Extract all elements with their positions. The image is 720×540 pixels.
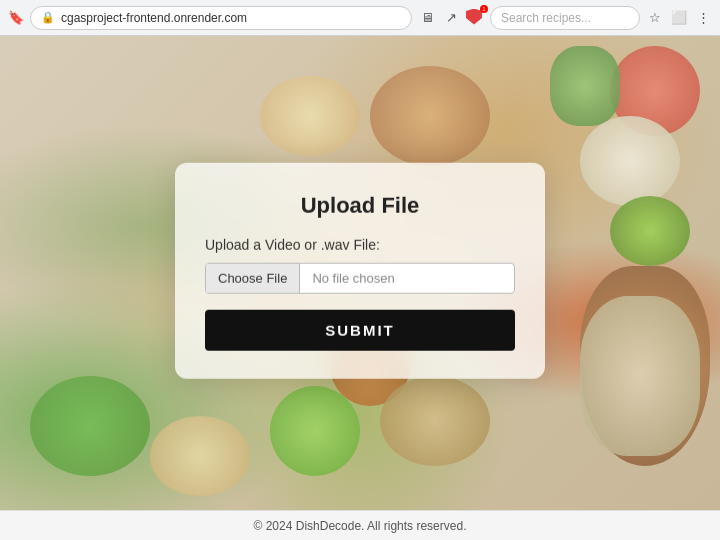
menu-icon[interactable]: ⋮ xyxy=(694,9,712,27)
browser-chrome: 🔖 🔒 cgasproject-frontend.onrender.com 🖥 … xyxy=(0,0,720,36)
notification-badge: 1 xyxy=(480,5,488,13)
extensions-icon[interactable]: ⬜ xyxy=(670,9,688,27)
page-content: Upload File Upload a Video or .wav File:… xyxy=(0,36,720,540)
modal-title: Upload File xyxy=(205,193,515,219)
page-footer: © 2024 DishDecode. All rights reserved. xyxy=(0,510,720,540)
file-input-row: Choose File No file chosen xyxy=(205,263,515,294)
search-placeholder-text: Search recipes... xyxy=(501,11,591,25)
address-bar[interactable]: 🔒 cgasproject-frontend.onrender.com xyxy=(30,6,412,30)
browser-actions: 🖥 ↗ 1 Search recipes... ☆ ⬜ ⋮ xyxy=(418,6,712,30)
choose-file-button[interactable]: Choose File xyxy=(206,264,300,293)
recipe-search-bar[interactable]: Search recipes... xyxy=(490,6,640,30)
monitor-icon[interactable]: 🖥 xyxy=(418,9,436,27)
submit-button[interactable]: SUBMIT xyxy=(205,310,515,351)
bookmark-icon: 🔖 xyxy=(8,10,24,26)
share-icon[interactable]: ↗ xyxy=(442,9,460,27)
star-icon[interactable]: ☆ xyxy=(646,9,664,27)
upload-label: Upload a Video or .wav File: xyxy=(205,237,515,253)
lock-icon: 🔒 xyxy=(41,11,55,24)
file-chosen-text: No file chosen xyxy=(300,264,514,293)
shield-wrapper: 1 xyxy=(466,9,484,27)
copyright-text: © 2024 DishDecode. All rights reserved. xyxy=(254,519,467,533)
address-text: cgasproject-frontend.onrender.com xyxy=(61,11,247,25)
upload-modal: Upload File Upload a Video or .wav File:… xyxy=(175,163,545,379)
